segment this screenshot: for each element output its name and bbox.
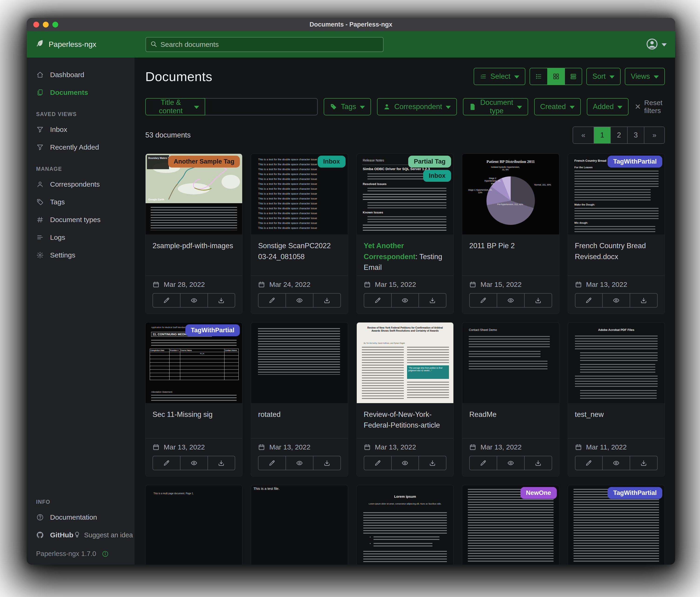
search-input[interactable] <box>160 41 379 48</box>
pagination-page-2[interactable]: 2 <box>610 127 627 143</box>
view-document-button[interactable] <box>602 456 630 470</box>
document-thumbnail[interactable]: This is a test file. <box>251 485 348 565</box>
tag-badge[interactable]: TagWithPartial <box>607 156 662 168</box>
document-thumbnail[interactable]: Boundary Waters Trip Google EarthAnother… <box>146 154 242 234</box>
edit-document-button[interactable] <box>258 456 286 470</box>
created-filter-button[interactable]: Created <box>534 98 581 115</box>
document-thumbnail[interactable]: Review of New York Federal Petitions for… <box>357 323 453 403</box>
download-document-button[interactable] <box>313 293 341 308</box>
document-thumbnail[interactable]: TagWithPartial <box>568 485 665 565</box>
document-title[interactable]: 2011 BP Pie 2 <box>462 234 559 269</box>
sidebar-item-logs[interactable]: Logs <box>27 229 134 246</box>
view-document-button[interactable] <box>285 293 314 308</box>
view-document-button[interactable] <box>391 456 419 470</box>
document-title[interactable]: Sec 11-Missing sig <box>146 403 242 438</box>
select-dropdown-button[interactable]: Select <box>474 68 525 85</box>
sidebar-item-tags[interactable]: Tags <box>27 193 134 211</box>
filter-field-dropdown[interactable]: Title & content <box>145 98 205 115</box>
document-thumbnail[interactable]: NewOne <box>462 485 559 565</box>
sidebar-item-dashboard[interactable]: Dashboard <box>27 66 134 83</box>
document-thumbnail[interactable]: Contact Sheet Demo <box>462 323 559 403</box>
view-document-button[interactable] <box>391 293 419 308</box>
minimize-window-button[interactable] <box>43 22 49 27</box>
download-document-button[interactable] <box>419 293 446 308</box>
download-document-button[interactable] <box>207 293 235 308</box>
download-document-button[interactable] <box>524 456 552 470</box>
tag-badge[interactable]: TagWithPartial <box>607 487 662 499</box>
zoom-window-button[interactable] <box>52 22 58 27</box>
detail-view-button[interactable] <box>565 68 582 85</box>
edit-document-button[interactable] <box>152 293 180 308</box>
document-title[interactable]: Review-of-New-York-Federal-Petitions-art… <box>357 403 453 438</box>
sidebar-item-github[interactable]: GitHub <box>27 526 73 544</box>
reset-filters-button[interactable]: ✕ Reset filters <box>634 99 665 115</box>
sidebar-item-documents[interactable]: Documents <box>27 83 134 101</box>
grid-view-button[interactable] <box>547 68 565 85</box>
edit-document-button[interactable] <box>364 293 392 308</box>
document-title[interactable]: 2sample-pdf-with-images <box>146 234 242 269</box>
sidebar-item-inbox[interactable]: Inbox <box>27 121 134 138</box>
pagination-next[interactable]: » <box>644 127 665 143</box>
added-filter-button[interactable]: Added <box>587 98 629 115</box>
view-document-button[interactable] <box>180 293 208 308</box>
view-document-button[interactable] <box>285 456 314 470</box>
tags-filter-button[interactable]: Tags <box>324 98 371 115</box>
pagination-page-3[interactable]: 3 <box>627 127 644 143</box>
document-thumbnail[interactable] <box>251 323 348 403</box>
download-document-button[interactable] <box>630 456 658 470</box>
document-thumbnail[interactable]: Lorem ipsumLorem ipsum dolor sit amet, c… <box>357 485 453 565</box>
document-title[interactable]: Sonstige ScanPC2022 03-24_081058 <box>251 234 348 269</box>
document-correspondent[interactable]: Yet Another Correspondent <box>364 242 416 261</box>
download-document-button[interactable] <box>419 456 446 470</box>
edit-document-button[interactable] <box>575 456 603 470</box>
document-title[interactable]: Yet Another Correspondent: Testing Email <box>357 234 453 276</box>
document-thumbnail[interactable]: Adobe Acrobat PDF Files <box>568 323 665 403</box>
sidebar-item-correspondents[interactable]: Correspondents <box>27 175 134 193</box>
view-document-button[interactable] <box>602 293 630 308</box>
brand[interactable]: Paperless-ngx <box>35 39 96 50</box>
edit-document-button[interactable] <box>575 293 603 308</box>
edit-document-button[interactable] <box>469 456 497 470</box>
edit-document-button[interactable] <box>469 293 497 308</box>
sidebar-item-documentation[interactable]: Documentation <box>27 508 134 526</box>
view-document-button[interactable] <box>497 293 525 308</box>
view-document-button[interactable] <box>180 456 208 470</box>
sort-dropdown-button[interactable]: Sort <box>586 68 621 85</box>
document-thumbnail[interactable]: Release NotesSimba ODBC Driver for SQL S… <box>357 154 453 234</box>
document-type-filter-button[interactable]: Document type <box>463 98 528 115</box>
tag-badge[interactable]: Inbox <box>318 156 346 168</box>
document-thumbnail[interactable]: French Country BreadFor the LeavenMake t… <box>568 154 665 234</box>
sidebar-item-document-types[interactable]: Document types <box>27 211 134 229</box>
edit-document-button[interactable] <box>152 456 180 470</box>
document-thumbnail[interactable]: This is a test for the double space char… <box>251 154 348 234</box>
download-document-button[interactable] <box>313 456 341 470</box>
view-document-button[interactable] <box>497 456 525 470</box>
sidebar-item-recently-added[interactable]: Recently Added <box>27 138 134 156</box>
close-window-button[interactable] <box>33 22 39 27</box>
download-document-button[interactable] <box>524 293 552 308</box>
correspondent-filter-button[interactable]: Correspondent <box>377 98 457 115</box>
user-menu[interactable] <box>646 31 667 57</box>
pagination-prev[interactable]: « <box>573 127 594 143</box>
sidebar-item-settings[interactable]: Settings <box>27 246 134 264</box>
tag-badge[interactable]: Inbox <box>423 170 451 182</box>
edit-document-button[interactable] <box>258 293 286 308</box>
info-circle-icon[interactable] <box>102 550 109 557</box>
document-title[interactable]: test_new <box>568 403 665 438</box>
tag-badge[interactable]: Another Sample Tag <box>168 156 240 168</box>
document-thumbnail[interactable]: Application for Medical Staff Members11.… <box>146 323 242 403</box>
tag-badge[interactable]: TagWithPartial <box>185 325 240 336</box>
pagination-page-1[interactable]: 1 <box>594 127 610 143</box>
views-dropdown-button[interactable]: Views <box>625 68 665 85</box>
download-document-button[interactable] <box>630 293 658 308</box>
list-view-button[interactable] <box>530 68 547 85</box>
filter-text-input[interactable] <box>205 98 318 115</box>
document-title[interactable]: French Country Bread Revised.docx <box>568 234 665 269</box>
document-thumbnail[interactable]: Patient BP Distribution 2011Normal, 151,… <box>462 154 559 234</box>
document-title[interactable]: rotated <box>251 403 348 438</box>
suggest-idea-link[interactable]: Suggest an idea <box>73 531 133 540</box>
document-thumbnail[interactable]: This is a multi page document. Page 1. <box>146 485 242 565</box>
tag-badge[interactable]: Partial Tag <box>408 156 451 168</box>
download-document-button[interactable] <box>207 456 235 470</box>
tag-badge[interactable]: NewOne <box>521 487 557 499</box>
